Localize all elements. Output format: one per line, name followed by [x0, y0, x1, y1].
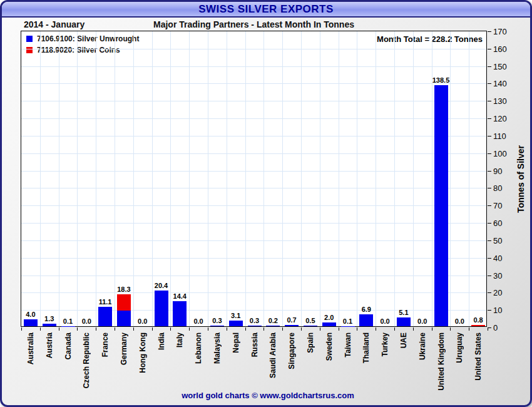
bar-value-label: 14.4 [166, 292, 193, 300]
x-axis-label: UAE [399, 332, 409, 348]
y-axis-tick [488, 258, 491, 259]
x-axis-label: Czech Republic [81, 332, 91, 388]
y-axis-tick [488, 66, 491, 67]
x-axis-tick [301, 327, 302, 331]
x-axis-tick [394, 327, 395, 331]
vertical-gridline [301, 31, 302, 326]
horizontal-gridline [21, 66, 486, 67]
vertical-gridline [133, 31, 134, 326]
bar-value-label: 0.0 [371, 317, 399, 325]
bar-value-label: 18.3 [110, 286, 138, 293]
y-axis-tick [488, 118, 491, 119]
horizontal-gridline [21, 118, 486, 119]
vertical-gridline [40, 31, 41, 326]
y-axis-tick-label: 60 [493, 219, 514, 228]
x-axis-label: United States [473, 332, 483, 381]
x-axis-tick [245, 327, 246, 331]
x-axis-tick [469, 327, 469, 331]
x-axis-label: Canada [63, 332, 73, 359]
bar-value-label: 5.1 [390, 309, 417, 316]
vertical-gridline [96, 31, 96, 326]
bar-value-label: 11.1 [91, 298, 119, 306]
y-axis-tick-label: 100 [493, 149, 514, 158]
y-axis-tick [488, 153, 491, 154]
y-axis-tick-label: 30 [493, 271, 514, 281]
vertical-gridline [357, 31, 357, 326]
y-axis-tick-label: 120 [493, 114, 514, 123]
y-axis-tick [488, 223, 491, 224]
bar-segment-russia [248, 326, 262, 326]
x-axis-tick [488, 327, 488, 331]
vertical-gridline [263, 31, 264, 326]
horizontal-gridline [21, 101, 486, 101]
bar-segment-malaysia [210, 326, 224, 326]
legend-item-unwrought: 7106.9100: Silver Unwrought [26, 34, 139, 43]
bar-value-label: 6.9 [352, 306, 380, 313]
chart-subtitle: Major Trading Partners - Latest Month In… [21, 19, 487, 29]
vertical-gridline [376, 31, 376, 326]
vertical-gridline [339, 31, 339, 326]
horizontal-gridline [21, 276, 486, 276]
y-axis-tick-label: 70 [493, 201, 514, 210]
x-axis-tick [21, 327, 22, 331]
vertical-gridline [450, 31, 451, 326]
horizontal-gridline [21, 223, 486, 224]
x-axis-label: Italy [175, 332, 185, 348]
y-axis-tick [488, 188, 491, 188]
x-axis-label: Austria [44, 332, 54, 358]
vertical-gridline [469, 31, 469, 326]
page-title: SWISS SILVER EXPORTS [198, 3, 334, 16]
horizontal-gridline [21, 205, 486, 206]
plot-area: 7106.9100: Silver Unwrought 7118.9020: S… [21, 31, 487, 327]
x-axis-tick [432, 327, 432, 331]
vertical-gridline [245, 31, 246, 326]
x-axis-label: Germany [119, 332, 129, 365]
x-axis-label: United Kingdom [436, 332, 446, 391]
y-axis-tick [488, 205, 491, 206]
x-axis-label: India [156, 332, 166, 350]
x-axis-tick [152, 327, 153, 331]
vertical-gridline [77, 31, 78, 326]
legend: 7106.9100: Silver Unwrought 7118.9020: S… [26, 34, 139, 57]
horizontal-gridline [21, 83, 486, 84]
bar-segment-singapore [285, 325, 299, 326]
bar-segment-germany [117, 294, 131, 311]
legend-swatch-red [26, 47, 33, 53]
vertical-gridline [413, 31, 414, 326]
x-axis-tick [227, 327, 227, 331]
y-axis-title: Tonnes of Silver [514, 31, 527, 327]
horizontal-gridline [21, 136, 486, 137]
y-axis-tick [488, 49, 491, 49]
bar-value-label: 20.4 [148, 282, 175, 289]
y-axis-tick-label: 50 [493, 236, 514, 245]
x-axis-tick [40, 327, 41, 331]
x-axis-tick [357, 327, 357, 331]
y-axis-tick [488, 31, 491, 32]
header-row: 2014 - January Major Trading Partners - … [2, 19, 532, 31]
vertical-gridline [320, 31, 320, 326]
y-axis-tick-label: 0 [493, 323, 514, 332]
chart-window: SWISS SILVER EXPORTS 2014 - January Majo… [0, 0, 532, 407]
y-axis-tick [488, 101, 491, 101]
y-axis-tick-label: 160 [493, 44, 514, 54]
horizontal-gridline [21, 188, 486, 188]
x-axis-label: Saudi Arabia [268, 332, 278, 378]
y-axis-tick-label: 130 [493, 96, 514, 106]
y-axis-tick-label: 110 [493, 131, 514, 141]
legend-label: 7118.9020: Silver Coins [37, 46, 120, 54]
y-axis-tick-label: 140 [493, 79, 514, 88]
vertical-gridline [59, 31, 59, 326]
x-axis-tick [339, 327, 339, 331]
x-axis-tick [115, 327, 115, 331]
x-axis-tick [96, 327, 96, 331]
x-axis-label: Spain [305, 332, 315, 353]
y-axis-tick-label: 20 [493, 288, 514, 297]
legend-item-coins: 7118.9020: Silver Coins [26, 46, 139, 54]
x-axis-tick [170, 327, 171, 331]
vertical-gridline [394, 31, 395, 326]
y-axis-tick [488, 83, 491, 84]
footer-credit: world gold charts © www.goldchartsrus.co… [2, 391, 532, 400]
x-axis-label: Ukraine [417, 332, 427, 360]
y-axis-tick-label: 90 [493, 167, 514, 176]
vertical-gridline [282, 31, 283, 326]
